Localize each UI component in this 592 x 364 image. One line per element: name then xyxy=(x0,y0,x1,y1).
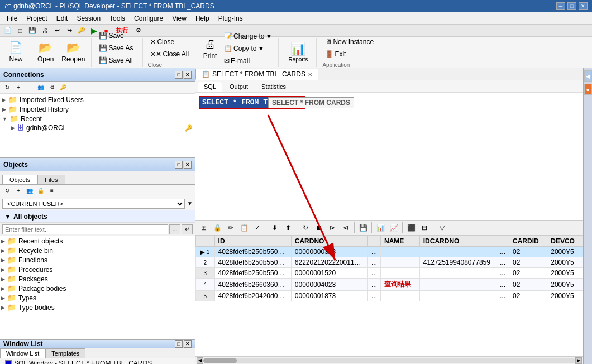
quick-cmd-btn[interactable]: 🔑 xyxy=(76,26,87,36)
tree-obj-type-bodies[interactable]: ▶ 📁 Type bodies xyxy=(0,303,195,312)
all-objects-selector[interactable]: ▼ All objects xyxy=(0,210,195,223)
reopen-button[interactable]: 📂 Reopen xyxy=(59,39,88,65)
connections-restore-btn[interactable]: □ xyxy=(175,71,183,79)
tab-window-list[interactable]: Window List xyxy=(0,348,45,358)
res-up-btn[interactable]: ⬆ xyxy=(282,222,294,234)
close-button[interactable]: ✕ Close xyxy=(147,36,192,47)
col-cardid[interactable]: CARDID xyxy=(509,236,547,247)
res-lock-btn[interactable]: 🔒 xyxy=(211,222,223,234)
close-all-button[interactable]: ✕✕ Close All xyxy=(147,49,192,60)
tree-obj-recent[interactable]: ▶ 📁 Recent objects xyxy=(0,236,195,246)
quick-redo-btn[interactable]: ↪ xyxy=(64,26,75,36)
table-row[interactable]: ▶ 1 4028fdef6b250b55016b25b1870b0002 000… xyxy=(196,247,583,257)
open-button[interactable]: 📂 Open xyxy=(35,39,56,65)
wl-item-sql[interactable]: SQL Window - SELECT * FROM TBL_CARDS xyxy=(2,358,155,364)
tree-item-recent[interactable]: ▼ 📁 Recent xyxy=(1,114,194,123)
obj-refresh-btn[interactable]: ↻ xyxy=(2,186,12,195)
reports-button[interactable]: 📊 Reports xyxy=(283,40,313,64)
filter-apply-btn[interactable]: ↵ xyxy=(182,224,193,234)
quick-save-btn[interactable]: 💾 xyxy=(27,26,38,36)
conn-delete-btn[interactable]: – xyxy=(25,83,35,92)
owner-dropdown[interactable]: <CURRENT USER> xyxy=(2,199,185,209)
tree-obj-functions[interactable]: ▶ 📁 Functions xyxy=(0,255,195,265)
print-button[interactable]: 🖨 Print xyxy=(200,36,220,61)
tree-obj-types[interactable]: ▶ 📁 Types xyxy=(0,293,195,303)
connections-close-btn[interactable]: ✕ xyxy=(184,71,192,79)
conn-prop-btn[interactable]: ⚙ xyxy=(47,83,57,92)
minimize-button[interactable]: ─ xyxy=(556,2,565,10)
obj-add-btn[interactable]: + xyxy=(13,186,23,195)
copy-to-button[interactable]: 📋 Copy to ▼ xyxy=(221,43,275,54)
filter-more-btn[interactable]: ... xyxy=(169,224,180,234)
res-edit-btn[interactable]: ✏ xyxy=(225,222,237,234)
close-window-button[interactable]: ✕ xyxy=(579,2,588,10)
table-row[interactable]: 3 4028fdef6b250b55016b25b2a1860006 00000… xyxy=(196,268,583,279)
col-idcardno[interactable]: IDCARDNO xyxy=(419,236,496,247)
maximize-button[interactable]: □ xyxy=(567,2,576,10)
quick-undo-btn[interactable]: ↩ xyxy=(51,26,63,36)
res-chart2-btn[interactable]: 📈 xyxy=(388,222,400,234)
table-row[interactable]: 5 4028fdef6b20420d016b209d384a0008 00000… xyxy=(196,291,583,301)
menu-view[interactable]: View xyxy=(168,13,191,23)
filter-input[interactable] xyxy=(2,224,168,234)
res-check-btn[interactable]: ✓ xyxy=(251,222,264,234)
exit-button[interactable]: 🚪 Exit xyxy=(322,49,376,60)
conn-group-btn[interactable]: 👥 xyxy=(36,83,46,92)
tab-objects[interactable]: Objects xyxy=(2,175,37,184)
tab-templates[interactable]: Templates xyxy=(45,348,85,358)
quick-print-btn[interactable]: 🖨 xyxy=(39,26,50,36)
col-name[interactable]: NAME xyxy=(381,236,420,247)
tree-obj-procedures[interactable]: ▶ 📁 Procedures xyxy=(0,265,195,274)
res-stop-btn[interactable]: ⏹ xyxy=(313,222,325,234)
tree-item-gdnh[interactable]: ▶ 🗄 gdnh@ORCL 🔑 xyxy=(10,123,194,132)
conn-key-btn[interactable]: 🔑 xyxy=(58,83,68,92)
obj-lock-btn[interactable]: 🔒 xyxy=(36,186,46,195)
quick-new-btn[interactable]: 📄 xyxy=(2,26,13,36)
quick-restore-btn[interactable]: □ xyxy=(15,26,26,36)
col-devco[interactable]: DEVCO xyxy=(547,236,583,247)
res-down-btn[interactable]: ⬇ xyxy=(269,222,281,234)
res-copy-btn[interactable]: 📋 xyxy=(238,222,250,234)
objects-close-btn[interactable]: ✕ xyxy=(184,161,192,169)
res-first-btn[interactable]: ⊲ xyxy=(340,222,352,234)
res-grid-btn[interactable]: ⊞ xyxy=(198,222,210,234)
save-as-button[interactable]: 💾 Save As xyxy=(96,42,139,54)
menu-session[interactable]: Session xyxy=(72,13,105,23)
wl-close-btn[interactable]: ✕ xyxy=(184,340,192,348)
res-chart-btn[interactable]: 📊 xyxy=(374,222,386,234)
editor-tab-sql[interactable]: 📋 SELECT * FROM TBL_CARDS ✕ xyxy=(195,69,318,80)
tree-obj-package-bodies[interactable]: ▶ 📁 Package bodies xyxy=(0,284,195,293)
horizontal-scrollbar[interactable]: ◀ ▶ xyxy=(195,356,583,364)
conn-add-btn[interactable]: + xyxy=(13,83,23,92)
objects-restore-btn[interactable]: □ xyxy=(175,161,183,169)
save-button[interactable]: 💾 Save xyxy=(96,30,139,41)
table-row[interactable]: 2 4028fdef6b250b55016b25b215190004 62220… xyxy=(196,257,583,268)
save-all-button[interactable]: 💾 Save All xyxy=(96,55,139,66)
sub-tab-sql[interactable]: SQL xyxy=(198,82,222,92)
sub-tab-output[interactable]: Output xyxy=(223,82,254,92)
col-id[interactable]: ID xyxy=(214,236,291,247)
scroll-left-btn[interactable]: ◀ xyxy=(197,357,203,364)
menu-project[interactable]: Project xyxy=(22,13,51,23)
tree-item-imported-history[interactable]: ▶ 📁 Imported History xyxy=(1,104,194,114)
side-top-btn[interactable]: ◀ xyxy=(584,70,592,82)
col-cardno[interactable]: CARDNO xyxy=(291,236,367,247)
table-row[interactable]: 4 4028fdef6b266036016b26724bd10006 00000… xyxy=(196,279,583,291)
res-col-btn[interactable]: ⊟ xyxy=(418,222,431,234)
wl-restore-btn[interactable]: □ xyxy=(175,340,183,348)
menu-configure[interactable]: Configure xyxy=(130,13,168,23)
res-save-btn[interactable]: 💾 xyxy=(357,222,369,234)
menu-edit[interactable]: Edit xyxy=(52,13,73,23)
tree-obj-packages[interactable]: ▶ 📁 Packages xyxy=(0,274,195,284)
tree-item-imported-fixed[interactable]: ▶ 📁 Imported Fixed Users xyxy=(1,95,194,104)
scroll-right-btn[interactable]: ▶ xyxy=(575,357,582,364)
res-export-btn[interactable]: ⬛ xyxy=(405,222,417,234)
menu-file[interactable]: File xyxy=(2,13,22,23)
new-instance-button[interactable]: 🖥 New Instance xyxy=(322,36,376,47)
change-to-button[interactable]: 📝 Change to ▼ xyxy=(221,31,275,42)
email-button[interactable]: ✉ E-mail xyxy=(221,55,275,66)
obj-col-btn[interactable]: ≡ xyxy=(47,186,57,195)
conn-new-btn[interactable]: ↻ xyxy=(2,83,12,92)
obj-group-btn[interactable]: 👥 xyxy=(25,186,35,195)
side-bottom-btn[interactable]: ● xyxy=(584,84,592,95)
